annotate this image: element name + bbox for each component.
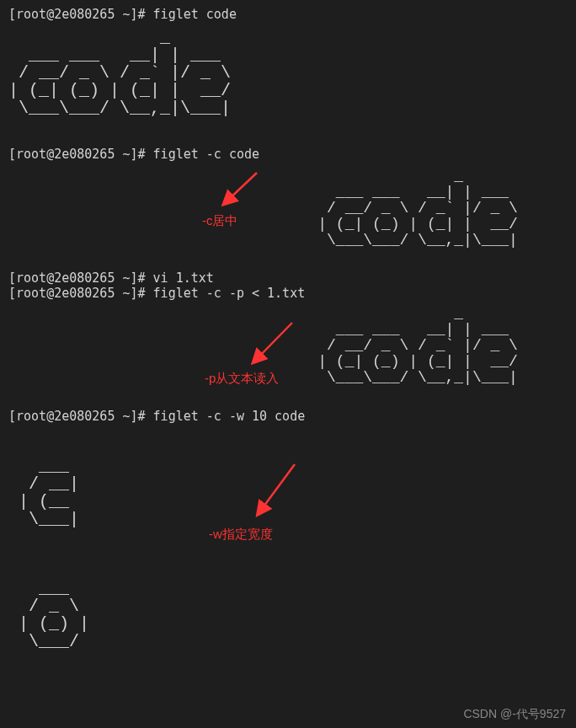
figlet-output-2: _ ___ ___ __| | ___ / __/ _ \ / _` |/ _ … xyxy=(8,169,568,264)
prompt-line-4: [root@2e080265 ~]# figlet -c -p < 1.txt xyxy=(8,286,568,301)
figlet-output-c-letter: ___ / __| | (__ \___| xyxy=(19,458,568,546)
annotation-w-width: -w指定宽度 xyxy=(209,527,273,542)
prompt-line-3: [root@2e080265 ~]# vi 1.txt xyxy=(8,270,568,286)
prompt-line-1: [root@2e080265 ~]# figlet code xyxy=(8,7,568,22)
annotation-p-read: -p从文本读入 xyxy=(205,371,279,386)
figlet-output-1: _ ___ ___ __| | ___ / __/ _ \ / _` |/ _ … xyxy=(8,29,568,135)
annotation-c-center: -c居中 xyxy=(202,213,238,228)
watermark-text: CSDN @-代号9527 xyxy=(463,707,566,721)
prompt-line-5: [root@2e080265 ~]# figlet -c -w 10 code xyxy=(8,409,568,424)
figlet-output-o-letter: ___ / _ \ | (_) | \___/ xyxy=(19,580,568,668)
prompt-line-2: [root@2e080265 ~]# figlet -c code xyxy=(8,147,568,162)
figlet-output-3: _ ___ ___ __| | ___ / __/ _ \ / _` |/ _ … xyxy=(8,306,568,401)
